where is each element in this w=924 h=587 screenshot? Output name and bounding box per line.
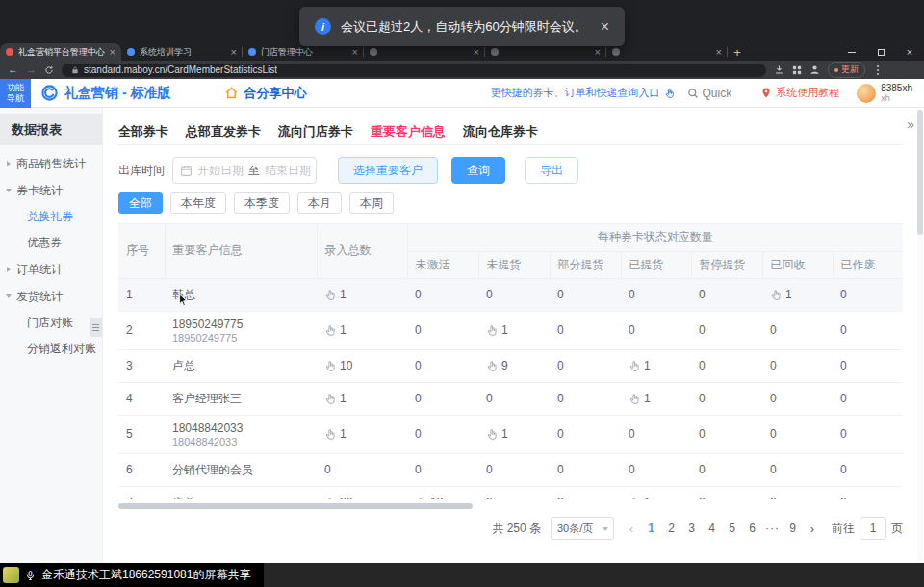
hand-click-icon[interactable]	[324, 393, 337, 405]
user-avatar[interactable]	[857, 84, 876, 103]
count-value[interactable]: 10	[340, 359, 352, 372]
hand-click-icon[interactable]	[770, 289, 783, 301]
content-tab[interactable]: 流向仓库券卡	[463, 123, 538, 140]
content-tab[interactable]: 重要客户信息	[371, 123, 446, 140]
share-center-link[interactable]: 合分享中心	[224, 85, 306, 102]
vertical-scrollbar-thumb[interactable]	[917, 110, 923, 235]
count-value[interactable]: 1	[644, 392, 651, 405]
sidebar-group[interactable]: 券卡统计	[0, 177, 102, 204]
content-tab[interactable]: 总部直发券卡	[186, 123, 261, 140]
browser-tab[interactable]: 礼盒营销平台管理中心×	[0, 43, 121, 61]
page-number[interactable]: 5	[722, 522, 742, 535]
new-tab-button[interactable]: +	[728, 43, 747, 61]
browser-tab[interactable]: ×	[606, 43, 728, 61]
tab-close-icon[interactable]: ×	[474, 47, 479, 58]
browser-menu-icon[interactable]	[873, 65, 883, 75]
hand-click-icon[interactable]	[629, 393, 641, 405]
hand-click-icon[interactable]	[324, 497, 337, 500]
quick-filter-chip[interactable]: 本季度	[234, 192, 290, 214]
hand-click-icon[interactable]	[486, 360, 499, 372]
count-value[interactable]: 1	[340, 288, 346, 301]
tutorial-link[interactable]: 系统使用教程	[760, 86, 839, 100]
page-number[interactable]: 9	[783, 522, 803, 535]
address-bar[interactable]: standard.maboy.cn/CardMemberStatisticsLi…	[62, 64, 766, 77]
export-button[interactable]: 导出	[525, 157, 578, 184]
nav-menu-button[interactable]: 功能 导航	[0, 79, 31, 108]
count-value[interactable]: 9	[501, 359, 508, 372]
notification-close-icon[interactable]: ×	[601, 19, 609, 35]
update-badge[interactable]: 更新	[828, 62, 865, 78]
hand-click-icon[interactable]	[486, 324, 499, 337]
page-number[interactable]: 6	[742, 522, 762, 535]
count-value: 0	[557, 427, 564, 441]
content-tab[interactable]: 流向门店券卡	[278, 123, 353, 140]
count-value[interactable]: 1	[501, 323, 508, 337]
quick-filter-chip[interactable]: 本月	[297, 192, 342, 214]
next-page-icon[interactable]: ›	[803, 522, 822, 536]
tab-close-icon[interactable]: ×	[716, 47, 722, 58]
sidebar-group[interactable]: 商品销售统计	[0, 150, 102, 177]
page-number[interactable]: 4	[702, 522, 722, 535]
hand-click-icon[interactable]	[324, 324, 337, 337]
sidebar-group[interactable]: 订单统计	[0, 256, 102, 283]
quick-filter-chip[interactable]: 全部	[118, 192, 163, 214]
page-number[interactable]: 2	[661, 522, 681, 535]
hand-click-icon[interactable]	[486, 428, 499, 441]
count-value[interactable]: 1	[785, 288, 792, 301]
download-icon[interactable]	[774, 64, 784, 75]
search-button[interactable]: 查询	[451, 157, 505, 184]
sidebar-item[interactable]: 优惠券	[0, 230, 102, 256]
count-value[interactable]: 1	[340, 392, 346, 405]
hand-click-icon[interactable]	[324, 428, 337, 441]
tab-close-icon[interactable]: ×	[595, 47, 601, 58]
sidebar-item[interactable]: 分销返利对账	[0, 336, 102, 362]
back-icon[interactable]: ←	[8, 64, 18, 75]
column-header-index: 序号	[118, 224, 165, 278]
window-maximize-button[interactable]	[866, 43, 895, 61]
hand-click-icon[interactable]	[324, 289, 337, 301]
hand-click-icon[interactable]	[415, 497, 427, 500]
count-value[interactable]: 18	[430, 496, 443, 499]
page-size-select[interactable]: 30条/页	[551, 517, 614, 540]
quick-entry-link[interactable]: 更快捷的券卡、订单和快递查询入口	[491, 86, 676, 100]
count-value[interactable]: 1	[644, 496, 651, 499]
window-minimize-button[interactable]	[837, 43, 866, 61]
horizontal-scrollbar-thumb[interactable]	[118, 503, 473, 509]
sidebar-group[interactable]: 发货统计	[0, 283, 102, 310]
extensions-icon[interactable]	[792, 65, 802, 75]
goto-page-input[interactable]	[860, 517, 886, 540]
page-number[interactable]: 1	[641, 522, 661, 535]
prev-page-icon[interactable]: ‹	[622, 522, 641, 536]
quick-filter-chip[interactable]: 本年度	[170, 192, 226, 214]
cell-status: 0	[407, 382, 478, 415]
quick-search[interactable]: Quick	[687, 87, 732, 100]
profile-icon[interactable]	[809, 64, 820, 75]
window-close-button[interactable]: ×	[895, 43, 924, 61]
count-value[interactable]: 20	[340, 496, 352, 499]
date-range-input[interactable]: 开始日期 至 结束日期	[172, 157, 317, 184]
quick-filter-chip[interactable]: 本周	[349, 192, 394, 214]
hand-click-icon[interactable]	[629, 360, 641, 372]
forward-icon[interactable]: →	[26, 64, 37, 75]
count-value[interactable]: 1	[501, 427, 508, 441]
chevron-double-right-icon[interactable]: »	[907, 116, 914, 132]
count-value[interactable]: 1	[340, 427, 346, 441]
refresh-icon[interactable]	[44, 65, 54, 75]
tab-close-icon[interactable]: ×	[110, 47, 116, 58]
count-value[interactable]: 1	[644, 359, 651, 372]
content-tab[interactable]: 全部券卡	[118, 123, 168, 140]
sidebar-item[interactable]: 兑换礼券	[0, 204, 102, 230]
brand[interactable]: 礼盒营销 - 标准版	[40, 84, 170, 102]
select-customer-button[interactable]: 选择重要客户	[338, 157, 438, 184]
browser-tab[interactable]: 系统培训学习×	[121, 43, 243, 61]
cell-customer: 韩总	[165, 278, 317, 311]
page-number[interactable]: 3	[681, 522, 702, 535]
count-value[interactable]: 1	[340, 323, 346, 337]
tab-close-icon[interactable]: ×	[352, 47, 358, 58]
sidebar-collapse-handle[interactable]	[90, 318, 102, 337]
sidebar-item[interactable]: 门店对账	[0, 310, 102, 336]
tab-close-icon[interactable]: ×	[231, 47, 237, 58]
hand-click-icon[interactable]	[629, 497, 641, 500]
count-value: 0	[629, 427, 635, 441]
hand-click-icon[interactable]	[324, 360, 337, 372]
